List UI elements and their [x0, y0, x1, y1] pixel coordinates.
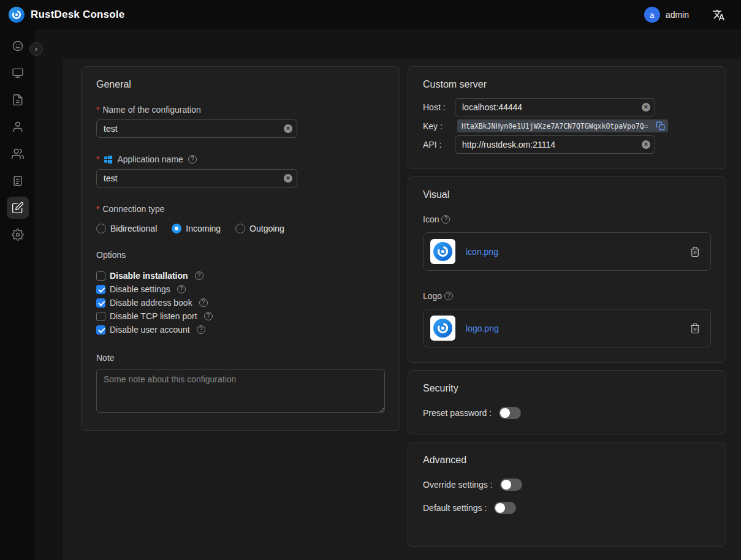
help-icon[interactable]: ?	[188, 155, 197, 164]
sidebar-item-overview[interactable]	[7, 35, 29, 57]
help-icon[interactable]: ?	[199, 298, 208, 307]
help-icon[interactable]: ?	[197, 325, 205, 334]
radio-bidirectional[interactable]: Bidirectional	[96, 224, 157, 233]
api-input[interactable]	[455, 135, 655, 154]
advanced-card: Advanced Override settings : Default set…	[408, 442, 726, 547]
radio-circle[interactable]	[235, 224, 245, 233]
key-label: Key :	[423, 121, 455, 131]
sidebar-item-audit[interactable]	[7, 89, 29, 111]
checkbox-disable-settings[interactable]: Disable settings ?	[96, 282, 385, 296]
sidebar-item-devices[interactable]	[7, 62, 29, 84]
connection-type-label-text: Connection type	[102, 204, 164, 214]
chevron-right-icon: ›	[35, 45, 37, 53]
note-label-text: Note	[96, 353, 115, 363]
options-label-text: Options	[96, 250, 126, 260]
copy-icon[interactable]	[656, 121, 665, 131]
logo-label: Logo ?	[423, 291, 711, 301]
sidebar-expand-button[interactable]: ›	[29, 42, 43, 56]
clear-icon[interactable]: ×	[642, 103, 650, 112]
smiley-icon	[12, 40, 24, 52]
checkbox[interactable]	[96, 285, 105, 294]
default-settings-toggle[interactable]	[494, 502, 516, 514]
logo-file-box: logo.png	[423, 309, 711, 347]
checkbox-disable-installation[interactable]: Disable installation ?	[96, 269, 385, 282]
app-name-input[interactable]	[96, 169, 297, 187]
toggle-knob	[501, 480, 511, 490]
config-name-input-wrap: ×	[96, 119, 297, 138]
app-title: RustDesk Console	[31, 9, 124, 21]
checkbox-disable-address-book[interactable]: Disable address book ?	[96, 296, 385, 309]
required-asterisk: *	[96, 154, 99, 164]
checkbox-label: Disable settings	[110, 284, 170, 294]
config-name-label: * Name of the configuration	[96, 105, 385, 115]
config-name-input[interactable]	[96, 119, 297, 138]
override-settings-row: Override settings :	[423, 479, 711, 491]
app-header: RustDesk Console a admin	[0, 0, 741, 29]
general-card-title: General	[96, 79, 385, 90]
checkbox[interactable]	[96, 325, 105, 335]
users-icon	[12, 148, 24, 160]
translate-icon[interactable]	[712, 9, 725, 21]
checkbox-label: Disable user account	[110, 325, 190, 335]
trash-icon[interactable]	[690, 246, 701, 257]
windows-icon	[104, 155, 113, 164]
user-name[interactable]: admin	[666, 10, 689, 20]
custom-server-title: Custom server	[423, 79, 711, 90]
options-list: Disable installation ? Disable settings …	[96, 269, 385, 336]
host-input-wrap: ×	[455, 98, 655, 116]
gear-icon	[12, 229, 24, 241]
help-icon[interactable]: ?	[204, 312, 213, 320]
clear-icon[interactable]: ×	[642, 140, 650, 149]
logo-file-link[interactable]: logo.png	[466, 324, 499, 333]
security-card-title: Security	[423, 383, 711, 394]
brand: RustDesk Console	[9, 7, 124, 23]
api-row: API : ×	[423, 135, 711, 154]
radio-circle[interactable]	[96, 224, 106, 233]
help-icon[interactable]: ?	[441, 215, 450, 224]
checkbox[interactable]	[96, 312, 105, 321]
checkbox-disable-tcp-listen-port[interactable]: Disable TCP listen port ?	[96, 309, 385, 323]
clear-icon[interactable]: ×	[284, 174, 292, 183]
custom-server-card: Custom server Host : × Key : HtaXBkJNHyn…	[408, 66, 726, 169]
user-avatar[interactable]: a	[644, 7, 660, 23]
visual-card: Visual Icon ? icon.png	[408, 176, 726, 363]
icon-label: Icon ?	[423, 214, 711, 224]
sidebar-item-groups[interactable]	[7, 143, 29, 165]
key-value-box: HtaXBkJNHyn0e1U1jWXze7A7CN7QTGWqxkOtpaVp…	[457, 119, 668, 132]
app-name-input-wrap: ×	[96, 169, 297, 187]
sidebar-item-custom-clients[interactable]	[7, 197, 29, 219]
checkbox[interactable]	[96, 298, 105, 308]
checkbox[interactable]	[96, 271, 105, 281]
connection-type-group: Bidirectional Incoming Outgoing	[96, 224, 385, 233]
preset-password-toggle[interactable]	[499, 407, 521, 419]
logbook-icon	[12, 175, 24, 187]
config-name-label-text: Name of the configuration	[102, 105, 200, 115]
user-icon	[12, 121, 24, 133]
sidebar	[0, 29, 36, 560]
clear-icon[interactable]: ×	[284, 124, 292, 133]
icon-file-box: icon.png	[423, 232, 711, 271]
note-textarea[interactable]	[96, 369, 385, 413]
icon-label-text: Icon	[423, 214, 439, 224]
radio-incoming[interactable]: Incoming	[172, 224, 221, 233]
required-asterisk: *	[96, 105, 99, 115]
help-icon[interactable]: ?	[177, 285, 186, 293]
radio-circle[interactable]	[172, 224, 181, 233]
sidebar-item-logs[interactable]	[7, 170, 29, 192]
checkbox-label: Disable TCP listen port	[110, 311, 197, 321]
sidebar-item-users[interactable]	[7, 116, 29, 138]
radio-outgoing[interactable]: Outgoing	[235, 224, 284, 233]
help-icon[interactable]: ?	[195, 271, 203, 280]
checkbox-disable-user-account[interactable]: Disable user account ?	[96, 323, 385, 336]
rustdesk-logo-icon	[9, 7, 25, 23]
trash-icon[interactable]	[690, 323, 701, 334]
help-icon[interactable]: ?	[444, 292, 453, 300]
checkbox-label: Disable address book	[110, 298, 192, 308]
app-name-label: * Application name ?	[96, 154, 385, 164]
options-label: Options	[96, 250, 385, 260]
icon-file-link[interactable]: icon.png	[466, 247, 498, 257]
host-input[interactable]	[455, 98, 655, 116]
override-settings-toggle[interactable]	[500, 479, 522, 491]
sidebar-item-settings[interactable]	[7, 224, 29, 246]
host-label: Host :	[423, 102, 455, 112]
